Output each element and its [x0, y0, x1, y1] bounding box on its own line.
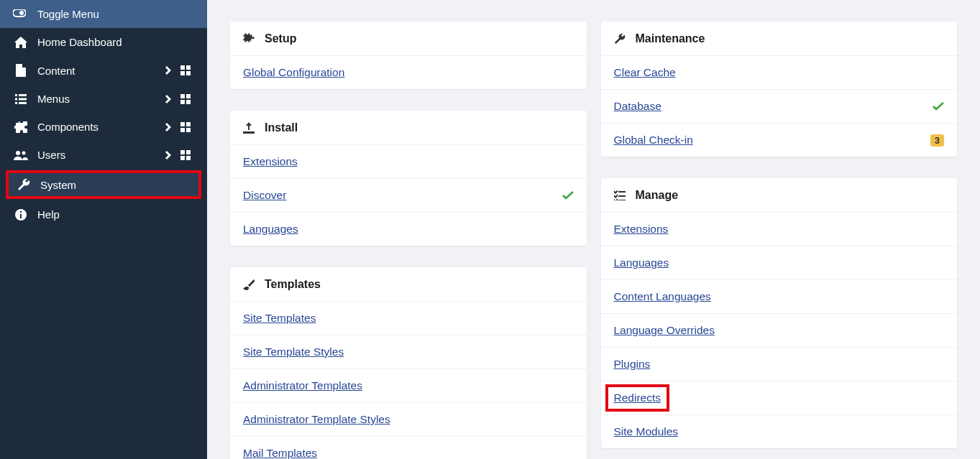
card-item: Discover [230, 178, 587, 212]
link-redirects[interactable]: Redirects [614, 391, 661, 404]
svg-point-23 [16, 151, 20, 155]
link-site-templates[interactable]: Site Templates [243, 312, 316, 325]
list-icon [13, 94, 29, 104]
card-item: Languages [230, 212, 587, 246]
grid-icon[interactable] [177, 65, 194, 75]
svg-rect-6 [186, 65, 191, 70]
svg-rect-30 [20, 214, 22, 218]
card-item: Site Templates [230, 302, 587, 335]
card-item: Content Languages [601, 279, 958, 313]
link-administrator-template-styles[interactable]: Administrator Template Styles [243, 413, 390, 426]
grid-icon[interactable] [177, 122, 194, 132]
svg-rect-21 [180, 128, 185, 132]
svg-rect-26 [186, 150, 191, 154]
link-plugins[interactable]: Plugins [614, 358, 651, 371]
sidebar-item-label: Users [37, 149, 160, 161]
card-title: Setup [265, 32, 296, 45]
card-manage: Manage Extensions Languages Content Lang… [601, 178, 958, 448]
link-mail-templates[interactable]: Mail Templates [243, 447, 317, 459]
card-item: Extensions [230, 145, 587, 178]
upload-icon [243, 122, 255, 134]
link-site-modules[interactable]: Site Modules [614, 425, 679, 438]
link-extensions[interactable]: Extensions [614, 223, 669, 236]
svg-rect-7 [180, 71, 185, 75]
toggle-icon [13, 9, 26, 19]
link-database[interactable]: Database [614, 100, 661, 113]
sidebar-item-label: System [40, 179, 191, 191]
svg-rect-18 [186, 100, 191, 104]
wrench-icon [16, 178, 32, 191]
grid-icon[interactable] [177, 94, 194, 104]
chevron-right-icon [160, 123, 177, 131]
svg-rect-17 [180, 100, 185, 104]
sidebar-item-label: Home Dashboard [37, 36, 194, 48]
toggle-menu[interactable]: Toggle Menu [0, 0, 207, 28]
card-setup: Setup Global Configuration [230, 22, 587, 89]
svg-rect-5 [180, 65, 185, 70]
svg-rect-22 [186, 128, 191, 132]
svg-rect-27 [180, 156, 185, 160]
chevron-right-icon [160, 151, 177, 159]
svg-rect-14 [19, 102, 27, 104]
card-item: Redirects [601, 381, 958, 414]
sidebar: Toggle Menu Home Dashboard Content Menus [0, 0, 207, 459]
svg-rect-20 [186, 122, 191, 126]
link-global-configuration[interactable]: Global Configuration [243, 66, 344, 79]
sidebar-item-label: Menus [37, 93, 160, 105]
sidebar-item-content[interactable]: Content [0, 56, 207, 85]
svg-rect-4 [17, 74, 22, 75]
sidebar-item-label: Content [37, 65, 160, 77]
sidebar-item-help[interactable]: Help [0, 200, 207, 228]
svg-rect-25 [180, 150, 185, 154]
card-item: Language Overrides [601, 313, 958, 347]
chevron-right-icon [160, 66, 177, 75]
card-header: Manage [601, 178, 958, 213]
svg-rect-12 [19, 98, 27, 100]
card-header: Setup [230, 22, 587, 56]
svg-rect-3 [17, 72, 24, 73]
sidebar-item-home[interactable]: Home Dashboard [0, 28, 207, 56]
link-discover[interactable]: Discover [243, 189, 286, 202]
link-clear-cache[interactable]: Clear Cache [614, 66, 676, 79]
svg-point-24 [22, 151, 26, 154]
card-title: Install [265, 121, 298, 134]
link-global-checkin[interactable]: Global Check-in [614, 134, 693, 147]
badge-checkin-count: 3 [930, 134, 944, 147]
svg-rect-2 [17, 70, 24, 71]
card-item: Extensions [601, 213, 958, 246]
card-header: Maintenance [601, 22, 958, 56]
card-item: Site Template Styles [230, 335, 587, 368]
card-header: Install [230, 111, 587, 145]
card-header: Templates [230, 267, 587, 302]
main-content: Setup Global Configuration Install Exten… [207, 0, 980, 459]
card-item: Clear Cache [601, 56, 958, 89]
card-title: Maintenance [636, 32, 705, 45]
sidebar-item-components[interactable]: Components [0, 113, 207, 141]
svg-rect-13 [15, 102, 17, 104]
link-extensions[interactable]: Extensions [243, 155, 298, 168]
sidebar-item-menus[interactable]: Menus [0, 85, 207, 113]
link-content-languages[interactable]: Content Languages [614, 290, 711, 303]
gear-icon [243, 33, 255, 45]
link-administrator-templates[interactable]: Administrator Templates [243, 379, 362, 392]
link-site-template-styles[interactable]: Site Template Styles [243, 346, 344, 358]
link-languages[interactable]: Languages [243, 223, 298, 236]
check-icon [933, 102, 944, 111]
card-title: Manage [636, 189, 679, 202]
sidebar-item-system[interactable]: System [6, 170, 201, 199]
card-templates: Templates Site Templates Site Template S… [230, 267, 587, 459]
svg-rect-10 [19, 94, 27, 96]
grid-icon[interactable] [177, 150, 194, 160]
users-icon [13, 150, 29, 160]
info-icon [13, 209, 29, 221]
link-languages[interactable]: Languages [614, 256, 669, 269]
brush-icon [243, 279, 255, 290]
toggle-label: Toggle Menu [37, 8, 99, 20]
svg-rect-28 [186, 156, 191, 160]
link-language-overrides[interactable]: Language Overrides [614, 324, 715, 337]
card-item: Database [601, 89, 958, 123]
svg-rect-15 [180, 94, 185, 98]
card-item: Administrator Templates [230, 368, 587, 402]
card-item: Global Configuration [230, 56, 587, 89]
sidebar-item-users[interactable]: Users [0, 141, 207, 169]
